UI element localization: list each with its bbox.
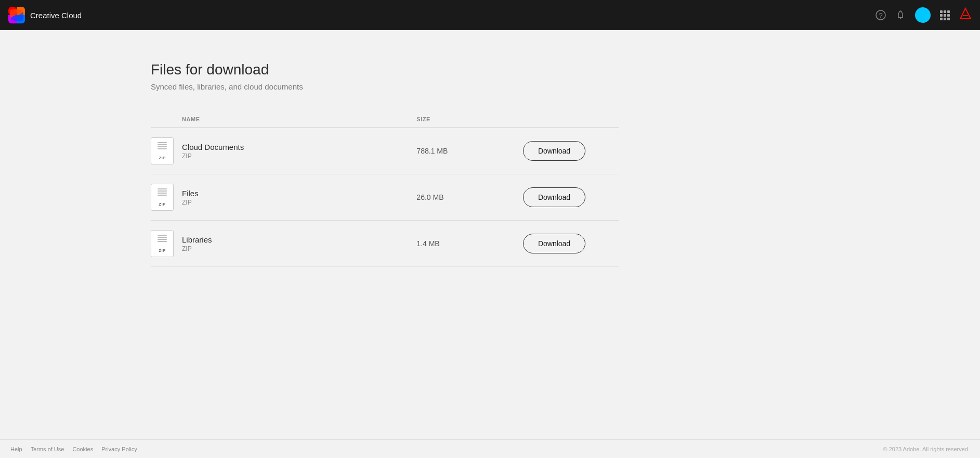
file-size-cell: 788.1 MB [416,128,523,174]
file-size-cell: 26.0 MB [416,174,523,221]
file-item-size: 1.4 MB [416,239,439,248]
file-item-type: ZIP [182,199,199,206]
file-item-size: 788.1 MB [416,147,448,155]
table-row: ZIP Files ZIP 26.0 MB Download [151,174,619,221]
file-item-type: ZIP [182,245,212,252]
adobe-logo-icon [959,7,972,23]
files-table: NAME SIZE ZIP [151,112,619,267]
col-action-header [523,112,619,128]
download-button[interactable]: Download [523,141,585,161]
header-right: ? [876,7,972,23]
zip-label: ZIP [159,202,166,207]
svg-point-9 [900,18,901,19]
creative-cloud-logo [8,7,25,23]
zip-file-icon: ZIP [151,137,174,164]
file-item-size: 26.0 MB [416,193,443,201]
avatar[interactable] [915,7,931,23]
footer-cookies-link[interactable]: Cookies [72,446,93,452]
file-name-cell: ZIP Files ZIP [151,174,416,221]
apps-grid-icon[interactable] [940,10,950,20]
page-subtitle: Synced files, libraries, and cloud docum… [151,82,728,91]
help-icon[interactable]: ? [876,10,886,20]
file-name-cell: ZIP Libraries ZIP [151,221,416,267]
table-row: ZIP Libraries ZIP 1.4 MB Download [151,221,619,267]
svg-text:?: ? [879,11,882,19]
footer-help-link[interactable]: Help [10,446,22,452]
file-size-cell: 1.4 MB [416,221,523,267]
app-header: Creative Cloud ? [0,0,980,30]
file-action-cell: Download [523,174,619,221]
table-header: NAME SIZE [151,112,619,128]
app-title: Creative Cloud [30,11,82,20]
footer-privacy-link[interactable]: Privacy Policy [101,446,137,452]
zip-label: ZIP [159,156,166,160]
download-button[interactable]: Download [523,234,585,253]
header-left: Creative Cloud [8,7,82,23]
col-size-header: SIZE [416,112,523,128]
download-button[interactable]: Download [523,187,585,207]
zip-label: ZIP [159,248,166,253]
file-item-name: Libraries [182,235,212,244]
footer-copyright: © 2023 Adobe. All rights reserved. [883,446,970,452]
col-name-header: NAME [151,112,416,128]
file-item-type: ZIP [182,152,244,160]
table-row: ZIP Cloud Documents ZIP 788.1 MB Downloa… [151,128,619,174]
file-name-cell: ZIP Cloud Documents ZIP [151,128,416,174]
file-item-name: Files [182,189,199,198]
page-footer: Help Terms of Use Cookies Privacy Policy… [0,439,980,458]
file-item-name: Cloud Documents [182,143,244,151]
zip-file-icon: ZIP [151,184,174,211]
page-title: Files for download [151,61,728,78]
footer-links: Help Terms of Use Cookies Privacy Policy [10,446,137,452]
file-action-cell: Download [523,221,619,267]
main-content: Files for download Synced files, librari… [0,30,728,288]
footer-terms-link[interactable]: Terms of Use [31,446,64,452]
notification-icon[interactable] [895,10,906,20]
file-action-cell: Download [523,128,619,174]
zip-file-icon: ZIP [151,230,174,257]
svg-marker-10 [960,8,971,19]
